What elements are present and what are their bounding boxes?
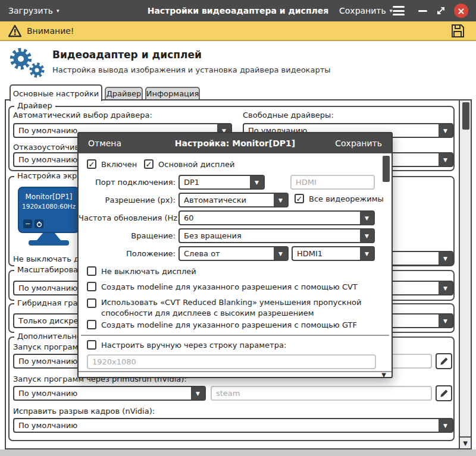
tab-driver[interactable]: Драйвер [105,87,143,99]
refresh-rate-select[interactable]: 60 ▼ [178,210,375,225]
keep-display-on-checkbox[interactable]: Не выключать дисплей [87,266,196,276]
checkbox-box: ✓ [87,159,96,169]
selected-value: HDMI1 [293,247,360,260]
all-video-modes-checkbox[interactable]: ✓ Все видеорежимы [295,194,384,203]
monitor-widget[interactable]: Monitor[DP1] 1920x1080:60Hz − [18,187,80,233]
gears-icon [7,44,49,81]
refresh-rate-label: Частота обновления (Hz): [79,213,176,222]
primusrun-edit-button[interactable] [436,385,452,401]
cvt-reduced-blanking-checkbox[interactable]: Использовать «CVT Reduced Blanking» умен… [87,297,371,318]
manual-modeline-checkbox[interactable]: Настроить вручную через строку параметра… [87,340,286,350]
save-menu-label: Сохранить [339,6,386,15]
dialog-header: Отмена Настройка: Monitor[DP1] Сохранить [79,133,392,153]
dialog-scrollbar-thumb[interactable] [383,156,390,182]
selected-value: По умолчанию [14,419,439,432]
port-label: Порт подключения: [79,178,176,187]
divider [81,335,389,336]
checkbox-box: ✓ [295,194,304,203]
tab-information[interactable]: Информация [145,87,200,99]
fullscreen-button[interactable] [435,5,447,17]
page-subtitle: Настройка вывода изображения и установка… [52,65,331,74]
position-select[interactable]: Слева от ▼ [178,246,289,261]
monitor-mode: 1920x1080:60Hz [19,203,79,210]
save-menu-button[interactable]: Сохранить ▾ [339,0,392,21]
auto-driver-label: Автоматический выбор драйвера: [13,111,152,119]
selected-value: DP1 [180,176,250,188]
cvt-modeline-checkbox[interactable]: Создать modeline для указанного разрешен… [87,282,358,291]
titlebar: Настройки видеоадаптера и дисплея Загруз… [0,0,476,21]
chevron-down-icon: ▼ [439,315,452,327]
port-select[interactable]: DP1 ▼ [178,175,265,190]
minus-icon: − [25,221,30,227]
primusrun-select[interactable]: По умолчанию ▼ [13,386,206,401]
warning-icon [8,24,22,39]
chevron-down-icon: ▼ [360,229,374,242]
dialog-scroll-down-button[interactable]: ▼ [378,372,390,378]
content-scrollbar[interactable]: ▼ [459,100,471,448]
floppy-disk-icon [450,23,465,39]
chevron-down-icon: ▼ [250,176,264,188]
scrollbar-thumb[interactable] [462,102,469,130]
dialog-save-button[interactable]: Сохранить [335,133,382,153]
selected-value: По умолчанию [14,387,191,400]
window-bottom-edge [0,449,476,456]
selected-value: Слева от [180,247,274,260]
window-title: Настройки видеоадаптера и дисплея [0,0,476,21]
caret-down-icon: ▾ [390,8,393,14]
monitor-remove-button[interactable]: − [23,219,32,228]
warning-bar: Внимание! [0,21,476,41]
chevron-down-icon: ▼ [463,440,468,446]
checkbox-box [87,282,96,291]
chevron-down-icon: ▼ [274,247,287,260]
check-icon: ✓ [296,195,303,203]
gtf-modeline-checkbox[interactable]: Создать modeline для указанного разрешен… [87,320,357,329]
checkbox-box [87,298,96,308]
load-menu-label: Загрузить [8,6,53,15]
monitor-stand-neck [37,233,61,240]
chevron-down-icon: ▼ [439,419,452,432]
group-legend: Дополнительно [14,332,84,341]
monitor-stand-base [29,240,69,246]
tab-label: Драйвер [107,89,142,98]
minimize-button[interactable] [418,10,427,12]
dialog-cancel-button[interactable]: Отмена [88,133,121,153]
checkbox-box [87,340,96,350]
optirun-edit-button[interactable] [436,353,452,369]
monitor-name: Monitor[DP1] [19,193,79,201]
menu-icon[interactable] [393,6,405,15]
save-file-button[interactable] [450,23,465,39]
divider [79,371,392,372]
chevron-down-icon: ▼ [360,247,374,260]
primary-display-checkbox[interactable]: ✓ Основной дисплей [144,159,234,169]
monitor-power-button[interactable] [35,219,43,228]
scroll-down-button[interactable]: ▼ [460,436,471,448]
enabled-checkbox[interactable]: ✓ Включен [87,159,137,169]
primusrun-command-input[interactable] [211,386,432,401]
checkbox-box [87,320,96,329]
monitor-settings-dialog: Отмена Настройка: Monitor[DP1] Сохранить… [77,132,393,378]
load-menu-button[interactable]: Загрузить ▾ [8,0,60,21]
chevron-down-icon: ▼ [274,194,287,206]
tearing-select[interactable]: По умолчанию ▼ [13,418,453,433]
pencil-icon [440,357,449,366]
close-icon: × [457,5,465,17]
rotation-select[interactable]: Без вращения ▼ [178,228,375,243]
chevron-down-icon: ▼ [381,372,386,378]
chevron-down-icon: ▼ [439,252,452,265]
free-drivers-label: Свободные драйверы: [243,111,334,119]
rotation-label: Вращение: [79,231,176,240]
resolution-select[interactable]: Автоматически ▼ [178,193,289,207]
selected-value: Без вращения [180,229,360,242]
close-button[interactable]: × [454,4,468,18]
position-target-select[interactable]: HDMI1 ▼ [292,246,375,261]
manual-modeline-input[interactable] [87,354,376,369]
port-name-input[interactable] [290,175,375,190]
warning-text: Внимание! [27,21,74,40]
chevron-down-icon: ▼ [360,212,374,224]
page-title: Видеоадаптер и дисплей [52,49,202,61]
pencil-icon [440,389,449,398]
chevron-down-icon: ▼ [439,153,452,166]
app-window: Настройки видеоадаптера и дисплея Загруз… [0,0,476,456]
tab-basic-settings[interactable]: Основные настройки [10,84,102,101]
tab-label: Информация [146,89,199,98]
